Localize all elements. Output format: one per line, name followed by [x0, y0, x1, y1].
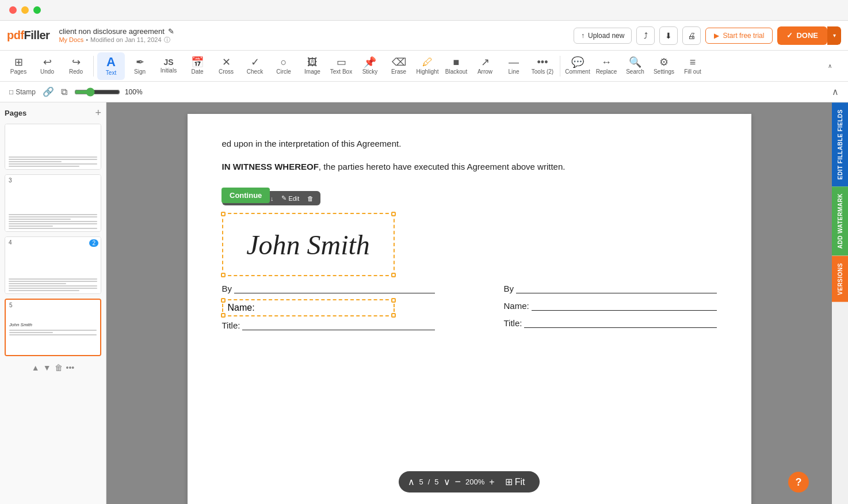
- tool-image[interactable]: 🖼 Image: [299, 52, 326, 80]
- page-thumbnail-5[interactable]: 5 John Smith: [5, 299, 101, 356]
- witness-paragraph: IN WITNESS WHEREOF, the parties hereto h…: [222, 160, 717, 174]
- download-icon: ⬇: [665, 31, 672, 40]
- initials-label: Initials: [161, 67, 177, 74]
- zoom-in-button[interactable]: +: [489, 477, 494, 487]
- tool-check[interactable]: ✓ Check: [241, 52, 269, 80]
- more-options-button[interactable]: •••: [66, 363, 75, 372]
- versions-label: VERSIONS: [837, 263, 843, 295]
- done-button[interactable]: ✓ DONE: [777, 26, 827, 45]
- signature-box[interactable]: John Smith: [222, 213, 395, 276]
- page-thumbnail-1[interactable]: [5, 124, 101, 170]
- search-label: Search: [626, 68, 644, 75]
- total-pages: 5: [434, 478, 438, 486]
- comment-label: Comment: [565, 68, 590, 75]
- tool-comment[interactable]: 💬 Comment: [564, 52, 591, 80]
- tool-settings[interactable]: ⚙ Settings: [650, 52, 678, 80]
- close-button[interactable]: [9, 6, 17, 14]
- tool-pages[interactable]: ⊞ Pages: [5, 52, 32, 80]
- page-actions: ▲ ▼ 🗑 •••: [5, 361, 101, 375]
- upload-new-button[interactable]: ↑ Upload new: [574, 28, 632, 44]
- current-page: 5: [419, 478, 423, 486]
- corner-bl: [221, 273, 226, 277]
- tool-line[interactable]: — Line: [500, 52, 528, 80]
- header: pdfFiller client non disclosure agreemen…: [0, 21, 848, 51]
- minimize-button[interactable]: [21, 6, 29, 14]
- document-area: Continue ed upon in the interpretation o…: [106, 102, 832, 504]
- tool-tools2[interactable]: ••• Tools (2): [529, 52, 556, 80]
- delete-page-button[interactable]: 🗑: [55, 363, 63, 372]
- print-button[interactable]: 🖨: [682, 26, 701, 45]
- corner-tl: [221, 212, 226, 216]
- tool-arrow[interactable]: ↗ Arrow: [471, 52, 499, 80]
- toolbar-separator-1: [93, 56, 94, 77]
- fullscreen-button[interactable]: [33, 6, 41, 14]
- download-button[interactable]: ⬇: [659, 26, 678, 45]
- sticky-label: Sticky: [362, 68, 378, 75]
- page-thumbnail-3[interactable]: 3: [5, 174, 101, 232]
- edit-fillable-label: EDIT FILLABLE FIELDS: [837, 109, 843, 180]
- edit-doc-icon[interactable]: ✎: [168, 27, 174, 36]
- tool-undo[interactable]: ↩ Undo: [33, 52, 61, 80]
- tool-sticky[interactable]: 📌 Sticky: [356, 52, 384, 80]
- sidebar-header: Pages +: [5, 107, 101, 119]
- add-watermark-tab[interactable]: ADD WATERMARK: [832, 186, 848, 255]
- my-docs-link[interactable]: My Docs: [59, 36, 83, 43]
- receiving-by-line: By: [504, 282, 717, 293]
- tool-replace[interactable]: ↔ Replace: [593, 52, 620, 80]
- name-box[interactable]: Name:: [222, 299, 395, 316]
- tool-circle[interactable]: ○ Circle: [270, 52, 297, 80]
- pages-icon: ⊞: [14, 57, 23, 67]
- fit-button[interactable]: ⊞ Fit: [499, 475, 531, 489]
- tool-cross[interactable]: ✕ Cross: [212, 52, 240, 80]
- toolbar-separator-2: [560, 56, 560, 77]
- tool-date[interactable]: 📅 Date: [184, 52, 211, 80]
- trial-icon: ▶: [714, 32, 719, 40]
- zoom-control: 100%: [74, 87, 143, 97]
- link-button[interactable]: 🔗: [43, 86, 54, 97]
- page-select-caret[interactable]: ∨: [444, 476, 450, 487]
- tool-erase[interactable]: ⌫ Erase: [385, 52, 412, 80]
- sig-delete-button[interactable]: 🗑: [305, 194, 316, 203]
- move-down-button[interactable]: ▼: [43, 363, 51, 372]
- start-free-trial-button[interactable]: ▶ Start free trial: [705, 28, 773, 44]
- toolbar-collapse-button[interactable]: ∧: [816, 52, 843, 80]
- upload-icon: ↑: [581, 32, 585, 40]
- signature-text: John Smith: [246, 229, 370, 261]
- tool-initials[interactable]: JS Initials: [155, 52, 182, 80]
- by-line: By: [222, 282, 435, 293]
- prev-page-button[interactable]: ∧: [408, 476, 415, 487]
- sig-edit-icon: ✎: [281, 194, 287, 202]
- stamp-button[interactable]: □ Stamp: [9, 88, 36, 96]
- help-button[interactable]: ?: [788, 472, 809, 492]
- cross-label: Cross: [219, 68, 234, 75]
- page-thumbnail-4[interactable]: 4 2: [5, 236, 101, 294]
- circle-icon: ○: [281, 57, 287, 67]
- add-page-button[interactable]: +: [95, 107, 101, 119]
- witness-text: , the parties hereto have executed this …: [319, 162, 566, 171]
- zoom-out-button[interactable]: −: [455, 476, 461, 488]
- versions-tab[interactable]: VERSIONS: [832, 256, 848, 302]
- signature-wrap: ⤢ OK ↑ ↓ ✎ Edit: [222, 213, 395, 276]
- tool-sign[interactable]: ✒ Sign: [126, 52, 154, 80]
- tool-highlight[interactable]: 🖊 Highlight: [414, 52, 441, 80]
- zoom-value: 100%: [125, 88, 143, 96]
- intro-text: ed upon in the interpretation of this Ag…: [222, 139, 402, 148]
- zoom-slider[interactable]: [74, 87, 120, 97]
- continue-button[interactable]: Continue: [221, 188, 270, 203]
- tool-search[interactable]: 🔍 Search: [621, 52, 649, 80]
- copy-button[interactable]: ⧉: [61, 87, 67, 97]
- tool-blackout[interactable]: ■ Blackout: [442, 52, 470, 80]
- undo-label: Undo: [40, 68, 54, 75]
- tool-fillout[interactable]: ≡ Fill out: [679, 52, 706, 80]
- tool-redo[interactable]: ↪ Redo: [62, 52, 90, 80]
- tool-text[interactable]: A Text: [97, 52, 125, 80]
- sig-edit-button[interactable]: ✎ Edit: [279, 193, 301, 203]
- move-up-button[interactable]: ▲: [32, 363, 40, 372]
- edit-fillable-fields-tab[interactable]: EDIT FILLABLE FIELDS: [832, 102, 848, 186]
- share-button[interactable]: ⤴: [636, 26, 655, 45]
- done-caret-button[interactable]: ▾: [827, 26, 841, 45]
- title-line: Title:: [222, 319, 435, 330]
- subtoolbar-collapse-button[interactable]: ∧: [832, 86, 839, 97]
- tool-textbox[interactable]: ▭ Text Box: [327, 52, 355, 80]
- undo-icon: ↩: [43, 57, 52, 67]
